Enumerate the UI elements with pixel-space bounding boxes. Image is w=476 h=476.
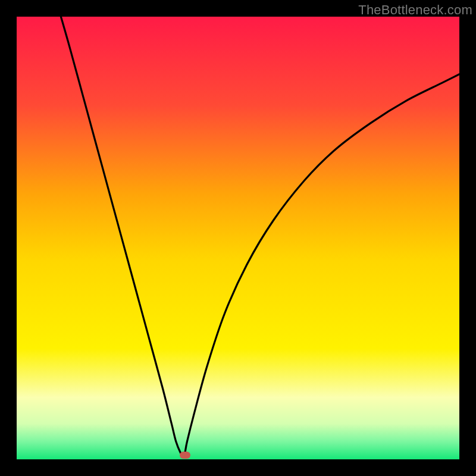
gradient-bg: [17, 17, 459, 459]
optimal-point-marker: [180, 452, 190, 459]
watermark-text: TheBottleneck.com: [358, 2, 472, 18]
chart-svg: [17, 17, 459, 459]
plot-area: [17, 17, 459, 459]
chart-frame: [17, 17, 459, 459]
